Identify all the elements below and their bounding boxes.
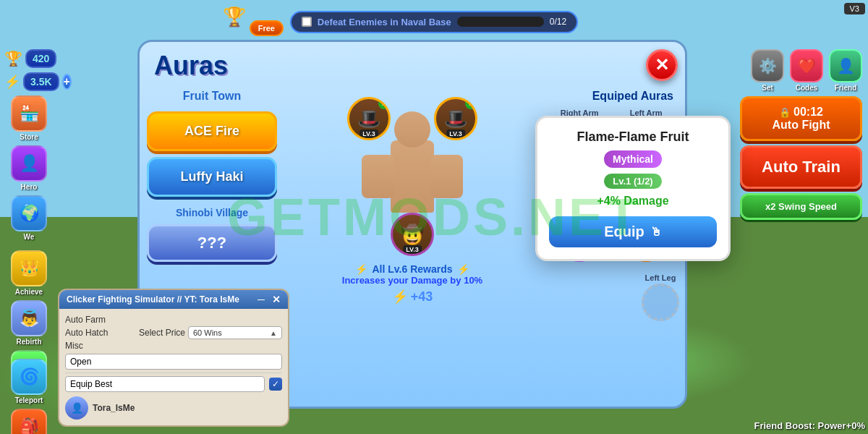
char-slot-1[interactable]: 🎩 E LV.3 <box>347 97 391 140</box>
char-display: 🎩 E LV.3 🎩 E LV.3 🤠 LV.3 <box>347 97 477 256</box>
sidebar-item-items[interactable]: 🎒 Items <box>4 409 54 434</box>
set-label: Set <box>762 84 773 92</box>
rewards-section: ⚡ All Lv.6 Rewards ⚡ Increases your Dama… <box>342 263 482 305</box>
close-button[interactable]: ✕ <box>646 49 678 81</box>
char-slot-3[interactable]: 🤠 LV.3 <box>391 213 434 256</box>
open-label: Open <box>70 357 91 367</box>
equip-best-input[interactable]: Equip Best <box>65 376 265 392</box>
left-leg-aura[interactable] <box>642 284 679 321</box>
items-icon-circle: 🎒 <box>11 409 47 434</box>
lightning-value: 3.5K <box>23 72 59 91</box>
bot-panel: Clicker Fighting Simulator // YT: Tora I… <box>58 289 289 427</box>
bot-row-1: Auto Farm Auto Hatch Misc Select Price 6… <box>65 315 282 351</box>
bot-title: Clicker Fighting Simulator // YT: Tora I… <box>67 294 239 305</box>
store-label: Store <box>20 133 38 141</box>
bot-avatar: 👤 Tora_IsMe <box>65 396 282 420</box>
trophy-top-icon: 🏆 <box>223 6 246 28</box>
sidebar-teleport-items: 🌀 Teleport 🎒 Items <box>0 354 58 434</box>
char-slot-1-lv: LV.3 <box>359 129 378 138</box>
mannequin-head <box>394 111 430 148</box>
lightning-icon-1: ⚡ <box>355 263 367 275</box>
bot-equip-row: Equip Best ✓ <box>65 376 282 392</box>
ace-fire-button[interactable]: ACE Fire <box>147 111 277 151</box>
achieve-label: Achieve <box>15 288 43 296</box>
all-rewards-text: ⚡ All Lv.6 Rewards ⚡ <box>342 263 482 275</box>
top-bar: Defeat Enemies in Naval Base 0/12 🏆 🎨 Fr… <box>0 0 868 43</box>
char-slot-2-badge: E <box>465 98 477 109</box>
friend-icon-circle: 👤 <box>829 49 862 82</box>
rebirth-label: Rebirth <box>17 338 42 346</box>
quest-count: 0/12 <box>550 17 566 27</box>
sidebar-item-store[interactable]: 🏪 Store <box>4 95 54 141</box>
quest-text: Defeat Enemies in Naval Base <box>318 17 451 27</box>
set-button[interactable]: ⚙️ Set <box>751 49 784 92</box>
sidebar-item-teleport[interactable]: 🌀 Teleport <box>4 359 54 404</box>
sidebar-item-hero[interactable]: 👤 Hero <box>4 145 54 191</box>
lock-icon: 🔒 <box>779 107 791 118</box>
we-label: We <box>24 233 35 241</box>
popup-damage: +4% Damage <box>549 195 717 208</box>
equip-best-label: Equip Best <box>70 379 112 389</box>
char-slot-2[interactable]: 🎩 E LV.3 <box>434 97 477 140</box>
lightning-icon: ⚡ <box>4 74 20 90</box>
codes-icon-circle: ❤️ <box>790 49 823 82</box>
friend-button[interactable]: 👤 Friend <box>829 49 862 92</box>
luffy-haki-button[interactable]: Luffy Haki <box>147 157 277 197</box>
friend-boost: Friend Boost: Power+0% <box>754 420 866 431</box>
auto-train-button[interactable]: Auto Train <box>740 145 862 189</box>
question-button[interactable]: ??? <box>147 224 277 262</box>
codes-button[interactable]: ❤️ Codes <box>790 49 823 92</box>
hero-label: Hero <box>21 183 38 191</box>
increases-text: Increases your Damage by 10% <box>342 275 482 286</box>
gold-currency: 🏆 420 <box>4 49 54 68</box>
fruit-town-label: Fruit Town <box>147 90 277 103</box>
select-price-input[interactable]: 60 Wins ▲ <box>188 326 282 339</box>
sidebar-item-rebirth[interactable]: 👼 Rebirth <box>4 300 54 346</box>
cursor-icon: 🖱 <box>650 226 662 239</box>
char-slot-3-lv: LV.3 <box>403 245 422 254</box>
bot-nav: Auto Farm Auto Hatch Misc <box>65 315 108 351</box>
equip-area: 🎩 E LV.3 🎩 E LV.3 🤠 LV.3 <box>284 84 540 398</box>
auras-title: Auras <box>140 42 685 84</box>
bot-close-button[interactable]: ✕ <box>272 294 281 305</box>
popup-level: Lv.1 (1/2) <box>604 174 661 189</box>
open-input[interactable]: Open <box>65 354 282 370</box>
auto-fight-button[interactable]: 🔒 00:12 Auto Fight <box>740 96 862 141</box>
swing-speed-button[interactable]: x2 Swing Speed <box>740 193 862 220</box>
avatar-icon: 👤 <box>65 396 88 420</box>
equip-best-checkbox[interactable]: ✓ <box>269 378 282 391</box>
add-lightning-button[interactable]: + <box>62 74 72 90</box>
lightning-currency: ⚡ 3.5K + <box>4 72 54 91</box>
auto-fight-content: 🔒 00:12 <box>749 106 853 119</box>
equipped-row-4: Left Leg <box>546 273 679 321</box>
select-price-row: Select Price 60 Wins ▲ <box>139 326 282 339</box>
quest-progress-bar <box>457 17 544 27</box>
gold-value: 420 <box>25 49 56 68</box>
bot-minimize-button[interactable]: ─ <box>258 294 265 305</box>
auto-farm-label: Auto Farm <box>65 315 108 325</box>
shinobi-village-label: Shinobi Village <box>147 207 277 218</box>
bot-window-controls: ─ ✕ <box>258 294 281 305</box>
teleport-icon-circle: 🌀 <box>11 359 47 395</box>
bot-divider <box>65 373 282 373</box>
equip-button[interactable]: Equip 🖱 <box>549 216 717 247</box>
left-leg-slot: Left Leg <box>642 273 679 321</box>
mannequin-left-arm <box>362 155 394 198</box>
gear-icon-circle: ⚙️ <box>751 49 784 82</box>
store-icon-circle: 🏪 <box>11 95 47 132</box>
friend-label: Friend <box>835 84 857 92</box>
mannequin-body <box>391 140 434 213</box>
char-slot-1-badge: E <box>378 98 390 109</box>
bot-open-row: Open <box>65 354 282 370</box>
left-sidebar: 🏆 420 ⚡ 3.5K + 🏪 Store 👤 Hero 🌍 We <box>0 43 58 247</box>
bot-title-bar: Clicker Fighting Simulator // YT: Tora I… <box>59 290 288 309</box>
quest-checkbox <box>302 17 312 27</box>
sidebar-item-achieve[interactable]: 👑 Achieve <box>4 250 54 296</box>
right-panel: ⚙️ Set ❤️ Codes 👤 Friend 🔒 00:12 Auto Fi… <box>734 43 868 226</box>
hero-icon-circle: 👤 <box>11 145 47 182</box>
select-price-value: 60 Wins <box>193 328 222 337</box>
we-icon-circle: 🌍 <box>11 195 47 231</box>
free-button[interactable]: Free <box>250 20 284 36</box>
sidebar-item-we[interactable]: 🌍 We <box>4 195 54 241</box>
auto-fight-label: Auto Fight <box>749 119 853 132</box>
